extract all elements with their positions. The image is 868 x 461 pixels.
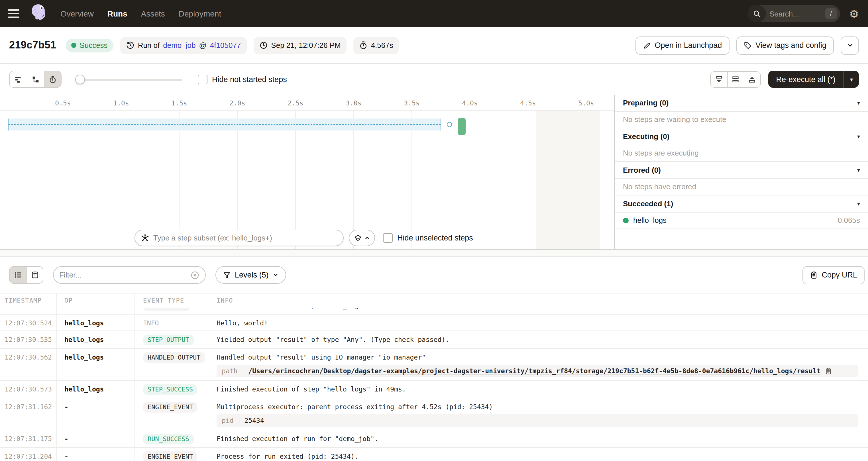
log-message: Finished execution of step "hello_logs" … bbox=[217, 383, 860, 393]
event-type-badge: ENGINE_EVENT bbox=[143, 451, 197, 461]
log-row[interactable]: 12:07:30.573hello_logsSTEP_SUCCESSFinish… bbox=[0, 381, 868, 398]
waiting-dashed-line bbox=[8, 124, 440, 124]
flat-view-button[interactable] bbox=[10, 71, 27, 87]
slider-handle[interactable] bbox=[75, 74, 85, 84]
gantt-split: 0.5s1.0s1.5s2.0s2.5s3.0s3.5s4.0s4.5s5.0s bbox=[0, 95, 868, 250]
gridline bbox=[353, 111, 354, 249]
nav-item-deployment[interactable]: Deployment bbox=[179, 9, 221, 18]
log-filter-input[interactable] bbox=[59, 271, 190, 279]
log-op: hello_logs bbox=[56, 351, 134, 361]
tag-value: /Users/erincochran/Desktop/dagster-examp… bbox=[243, 365, 837, 377]
axis-tick: 2.5s bbox=[287, 99, 303, 107]
dagster-logo[interactable] bbox=[30, 2, 49, 25]
log-row[interactable]: 12:07:30.562hello_logsHANDLED_OUTPUTHand… bbox=[0, 349, 868, 381]
log-row[interactable]: 12:07:31.162-ENGINE_EVENTMultiprocess ex… bbox=[0, 398, 868, 430]
step-success-bar[interactable] bbox=[458, 118, 466, 135]
collapse-bottom-button[interactable] bbox=[710, 71, 727, 87]
search-input[interactable] bbox=[766, 9, 825, 18]
hide-unselected-checkbox[interactable] bbox=[383, 233, 393, 243]
search-box[interactable]: / bbox=[748, 5, 840, 22]
chevron-down-icon: ▾ bbox=[857, 167, 860, 173]
tag-label: path bbox=[217, 365, 243, 377]
log-op: - bbox=[56, 433, 134, 443]
job-link[interactable]: demo_job bbox=[163, 41, 195, 50]
list-icon bbox=[14, 271, 22, 279]
nav-item-runs[interactable]: Runs bbox=[107, 9, 127, 18]
graph-view-button[interactable] bbox=[27, 71, 44, 87]
hide-not-started-label: Hide not started steps bbox=[212, 75, 287, 84]
log-row[interactable]: STEP_STARTStarted execution of step "hel… bbox=[0, 308, 868, 314]
step-section-header[interactable]: Executing (0)▾ bbox=[615, 128, 868, 145]
nav-item-assets[interactable]: Assets bbox=[141, 9, 165, 18]
open-launchpad-button[interactable]: Open in Launchpad bbox=[636, 36, 730, 54]
log-list-view-button[interactable] bbox=[10, 267, 26, 283]
log-row[interactable]: 12:07:30.524hello_logsINFOHello, world! bbox=[0, 314, 868, 331]
search-icon bbox=[748, 5, 766, 22]
axis-tick: 3.5s bbox=[404, 99, 420, 107]
hide-not-started-checkbox[interactable] bbox=[198, 74, 208, 84]
hide-unselected-wrap: Hide unselected steps bbox=[383, 233, 473, 243]
step-section-header[interactable]: Succeeded (1)▾ bbox=[615, 195, 868, 212]
log-message: Multiprocess executor: parent process ex… bbox=[217, 401, 860, 411]
metadata-tag: path/Users/erincochran/Desktop/dagster-e… bbox=[217, 365, 858, 377]
run-id: 219c7b51 bbox=[9, 39, 56, 51]
reexecute-button[interactable]: Re-execute all (*) ▾ bbox=[768, 71, 859, 88]
tag-icon bbox=[743, 41, 751, 49]
section-title: Preparing (0) bbox=[623, 99, 857, 107]
succeeded-step-row[interactable]: hello_logs0.065s bbox=[615, 212, 868, 229]
nav-item-overview[interactable]: Overview bbox=[60, 9, 94, 18]
app: Overview Runs Assets Deployment / ⚙ 219c… bbox=[0, 0, 868, 461]
log-row[interactable]: 12:07:30.535hello_logsSTEP_OUTPUTYielded… bbox=[0, 331, 868, 349]
gantt-plot[interactable]: Hide unselected steps bbox=[0, 111, 614, 249]
clipboard-icon bbox=[810, 271, 817, 279]
log-op: hello_logs bbox=[56, 317, 134, 327]
log-structured-view-button[interactable] bbox=[26, 267, 43, 283]
log-row[interactable]: 12:07:31.204-ENGINE_EVENTProcess for run… bbox=[0, 448, 868, 461]
split-view-button[interactable] bbox=[727, 71, 743, 87]
step-marker-circle bbox=[447, 122, 452, 127]
clear-filter-icon[interactable] bbox=[190, 270, 199, 279]
step-duration: 0.065s bbox=[838, 216, 860, 225]
gridline bbox=[237, 111, 238, 249]
copy-url-button[interactable]: Copy URL bbox=[802, 266, 865, 284]
view-tags-config-button[interactable]: View tags and config bbox=[736, 36, 834, 54]
waterfall-view-button[interactable] bbox=[44, 71, 61, 87]
copy-path-icon[interactable] bbox=[825, 367, 832, 375]
run-of-pill: Run of demo_job @ 4f105077 bbox=[120, 37, 247, 54]
section-empty-message: No steps are executing bbox=[615, 145, 868, 162]
tag-label: pid bbox=[217, 414, 239, 427]
gridline bbox=[121, 111, 121, 249]
structured-view-icon bbox=[30, 271, 39, 279]
reexecute-dropdown[interactable]: ▾ bbox=[843, 71, 859, 88]
chevron-down-icon: ▾ bbox=[857, 201, 860, 207]
step-section-header[interactable]: Errored (0)▾ bbox=[615, 162, 868, 179]
run-actions-dropdown-button[interactable] bbox=[841, 36, 859, 54]
gridline bbox=[528, 111, 528, 249]
step-section-header[interactable]: Preparing (0)▾ bbox=[615, 95, 868, 112]
log-filter-wrap bbox=[53, 266, 206, 284]
clock-icon bbox=[259, 41, 268, 50]
log-op: - bbox=[56, 451, 134, 460]
selector-options-button[interactable] bbox=[349, 229, 375, 246]
step-name: hello_logs bbox=[633, 216, 838, 225]
levels-filter-button[interactable]: Levels (5) bbox=[215, 266, 286, 284]
log-view-segmented bbox=[9, 266, 43, 284]
log-timestamp: 12:07:30.524 bbox=[0, 317, 56, 327]
step-subset-input[interactable] bbox=[153, 234, 337, 242]
gear-icon[interactable]: ⚙ bbox=[849, 8, 859, 19]
axis-tick: 0.5s bbox=[55, 99, 71, 107]
path-link[interactable]: /Users/erincochran/Desktop/dagster-examp… bbox=[248, 367, 820, 375]
menu-icon[interactable] bbox=[8, 7, 22, 21]
hide-unselected-label: Hide unselected steps bbox=[397, 234, 473, 242]
gridline bbox=[470, 111, 470, 249]
collapse-top-button[interactable] bbox=[743, 71, 760, 87]
col-op: OP bbox=[56, 297, 134, 304]
gantt-zoom-slider[interactable] bbox=[75, 74, 182, 84]
commit-link[interactable]: 4f105077 bbox=[210, 41, 241, 50]
tag-value: 25434 bbox=[239, 414, 269, 427]
section-divider bbox=[0, 250, 868, 257]
graph-view-icon bbox=[31, 75, 40, 84]
status-dot bbox=[71, 43, 76, 48]
log-message: Handled output "result" using IO manager… bbox=[217, 351, 860, 361]
log-row[interactable]: 12:07:31.175-RUN_SUCCESSFinished executi… bbox=[0, 430, 868, 448]
